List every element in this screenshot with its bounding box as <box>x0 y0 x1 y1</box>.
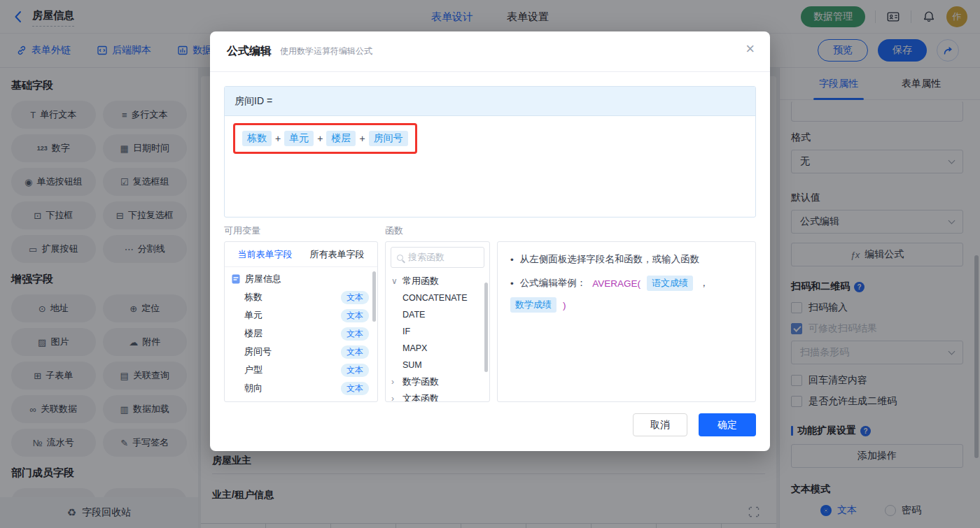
formula-token[interactable]: 房间号 <box>369 131 408 146</box>
type-badge: 文本 <box>341 327 369 341</box>
variables-tabs: 当前表单字段 所有表单字段 <box>225 242 377 267</box>
variables-label: 可用变量 <box>224 224 260 237</box>
type-badge: 文本 <box>341 364 369 377</box>
document-icon <box>232 274 240 284</box>
function-item[interactable]: MAPX <box>386 340 489 357</box>
formula-token[interactable]: 栋数 <box>242 131 272 146</box>
tab-current-form-fields[interactable]: 当前表单字段 <box>238 248 293 261</box>
function-search-input[interactable]: 搜索函数 <box>391 247 484 268</box>
plus-operator: + <box>275 133 281 144</box>
bullet: • <box>510 255 514 265</box>
function-item[interactable]: DATE <box>386 306 489 323</box>
scrollbar-thumb[interactable] <box>372 271 376 322</box>
function-group-text[interactable]: ›文本函数 <box>386 390 489 402</box>
modal-subtitle: 使用数学运算符编辑公式 <box>280 45 372 57</box>
chevron-collapsed-icon: › <box>391 377 398 387</box>
function-item[interactable]: SUM <box>386 357 489 373</box>
formula-token[interactable]: 单元 <box>284 131 314 146</box>
type-badge: 文本 <box>341 345 369 359</box>
formula-target: 房间ID = <box>225 87 755 116</box>
functions-panel: 搜索函数 ∨常用函数 CONCATENATE DATE IF MAPX SUM … <box>385 241 490 402</box>
formula-editor[interactable]: 房间ID = 栋数 + 单元 + 楼层 + 房间号 <box>224 86 756 217</box>
type-badge: 文本 <box>341 291 369 304</box>
example-function-name: AVERAGE( <box>592 278 640 289</box>
function-item[interactable]: IF <box>386 323 489 340</box>
function-group-common[interactable]: ∨常用函数 <box>386 273 489 290</box>
type-badge: 文本 <box>341 382 369 395</box>
variable-group[interactable]: 房屋信息 <box>225 270 377 288</box>
search-placeholder: 搜索函数 <box>408 251 444 264</box>
cancel-button[interactable]: 取消 <box>633 413 687 436</box>
variables-panel: 当前表单字段 所有表单字段 房屋信息 栋数文本 单元文本 楼层文本 房间号文本 … <box>224 241 378 402</box>
plus-operator: + <box>359 133 365 144</box>
variable-item[interactable]: 朝向文本 <box>225 379 377 397</box>
function-group-math[interactable]: ›数学函数 <box>386 373 489 390</box>
example-field-chip: 语文成绩 <box>647 276 693 291</box>
example-field-chip: 数学成绩 <box>510 297 556 313</box>
tab-all-form-fields[interactable]: 所有表单字段 <box>310 248 365 261</box>
function-item[interactable]: CONCATENATE <box>386 290 489 306</box>
close-icon[interactable]: × <box>746 41 755 57</box>
formula-token[interactable]: 楼层 <box>326 131 356 146</box>
modal-title: 公式编辑 <box>227 44 272 59</box>
variable-item[interactable]: 单元文本 <box>225 306 377 324</box>
modal-footer: 取消 确定 <box>633 413 756 436</box>
formula-highlight-box: 栋数 + 单元 + 楼层 + 房间号 <box>233 123 417 154</box>
tip-example-line: • 公式编辑举例： AVERAGE( 语文成绩 ， 数学成绩 ) <box>510 276 743 313</box>
example-comma: ， <box>699 277 709 290</box>
variable-item[interactable]: 楼层文本 <box>225 324 377 343</box>
variable-item[interactable]: 栋数文本 <box>225 288 377 306</box>
search-icon <box>397 255 403 261</box>
type-badge: 文本 <box>341 309 369 322</box>
modal-header: 公式编辑 使用数学运算符编辑公式 × <box>210 31 770 72</box>
formula-body[interactable]: 栋数 + 单元 + 楼层 + 房间号 <box>225 116 755 161</box>
tip-line: • 从左侧面板选择字段名和函数，或输入函数 <box>510 253 743 266</box>
bullet: • <box>510 278 514 289</box>
tips-panel: • 从左侧面板选择字段名和函数，或输入函数 • 公式编辑举例： AVERAGE(… <box>497 241 756 402</box>
example-close-paren: ) <box>563 300 566 311</box>
functions-label: 函数 <box>385 224 403 237</box>
plus-operator: + <box>317 133 323 144</box>
formula-edit-modal: 公式编辑 使用数学运算符编辑公式 × 房间ID = 栋数 + 单元 + 楼层 +… <box>210 31 770 451</box>
chevron-collapsed-icon: › <box>391 394 398 402</box>
chevron-expanded-icon: ∨ <box>391 276 398 286</box>
app-window: 房屋信息 表单设计 表单设置 数据管理 作 表单外链 <box>0 0 980 528</box>
confirm-button[interactable]: 确定 <box>699 413 756 436</box>
variable-item[interactable]: 户型文本 <box>225 361 377 379</box>
variable-item[interactable]: 房间号文本 <box>225 343 377 361</box>
scrollbar-thumb[interactable] <box>484 283 488 372</box>
